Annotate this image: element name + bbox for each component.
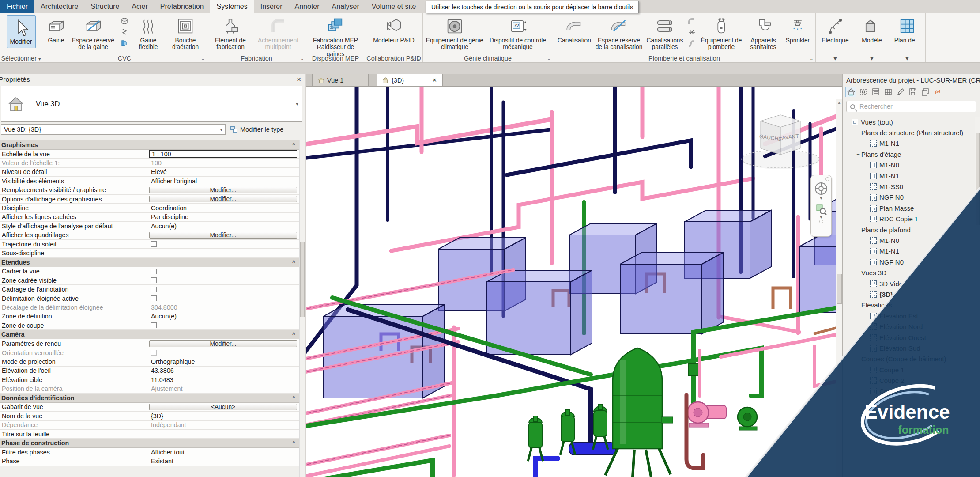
ribbon-tab-systemes[interactable]: Systèmes — [210, 0, 254, 13]
property-value[interactable]: 11.0483 — [148, 375, 299, 384]
group-label-flyout[interactable]: ▾ — [889, 55, 925, 62]
tree-item-elevation-ouest[interactable]: Elévation Ouest — [843, 332, 975, 343]
schedule-icon[interactable] — [882, 87, 893, 97]
ribbon-tab-analyser[interactable]: Analyser — [326, 0, 366, 13]
type-selector-dropdown-icon[interactable]: ▾ — [292, 86, 302, 121]
ribbon-tab-fichier[interactable]: Fichier — [0, 0, 34, 13]
property-value[interactable]: 304.8000 — [148, 303, 299, 311]
property-value[interactable]: 43.3806 — [148, 367, 299, 375]
property-value[interactable]: Par discipline — [148, 213, 299, 221]
property-value[interactable]: Elevé — [148, 168, 299, 176]
scrollbar-thumb[interactable] — [837, 274, 842, 304]
tree-item-elevations[interactable]: −Elévations — [843, 300, 975, 310]
tree-item-ngf-n0[interactable]: NGF N0 — [843, 257, 975, 267]
group-label-flyout[interactable]: ▾ — [816, 55, 855, 62]
section-header-camera[interactable]: Caméra^ — [0, 330, 299, 339]
dialog-launcher-icon[interactable]: ⌄ — [201, 56, 205, 61]
tree-item-ngf-n0[interactable]: NGF N0 — [843, 192, 975, 203]
steering-wheel-icon[interactable] — [814, 181, 829, 196]
property-value[interactable]: 100 — [148, 159, 299, 167]
modify-button[interactable]: Modifier — [7, 15, 36, 48]
tree-item-elevation-nord[interactable]: Elévation Nord — [843, 321, 975, 332]
ribbon-tab-acier[interactable]: Acier — [125, 0, 154, 13]
collapse-icon[interactable]: ^ — [292, 440, 295, 446]
property-value[interactable]: Orthographique — [148, 357, 299, 366]
property-checkbox-orientation-verrouillee[interactable] — [151, 350, 157, 356]
property-button-options-d-affichage-des-graphismes[interactable]: Modifier... — [149, 196, 297, 202]
tree-expander-icon[interactable]: − — [845, 119, 852, 125]
ribbon-tab-structure[interactable]: Structure — [84, 0, 125, 13]
property-button-parametres-de-rendu[interactable]: Modifier... — [149, 340, 297, 347]
plan-de-button[interactable]: Plan de... — [891, 15, 923, 44]
appareils-sanitaires-button[interactable]: Appareils sanitaires — [745, 15, 781, 51]
tree-item-m1-n0[interactable]: M1-N0 — [843, 235, 975, 246]
ribbon-tab-inserer[interactable]: Insérer — [254, 0, 289, 13]
edit-type-button[interactable]: Modifier le type — [228, 124, 302, 135]
navbar-close-icon[interactable] — [825, 177, 829, 181]
pipe-s-sm-icon[interactable] — [686, 38, 697, 48]
gaine-button[interactable]: Gaine — [45, 15, 68, 44]
tree-expander-icon[interactable]: − — [855, 227, 861, 233]
copy-icon[interactable] — [920, 87, 931, 97]
property-button-gabarit-de-vue[interactable]: <Aucun> — [149, 404, 297, 410]
tree-expander-icon[interactable]: − — [855, 269, 861, 276]
collapse-icon[interactable]: ^ — [292, 395, 295, 401]
espace-reserve-de-la-gaine-button[interactable]: Espace réservé de la gaine — [68, 15, 118, 51]
model-canvas[interactable]: GAUCHE AVANT ▾ ▾ — [306, 87, 842, 477]
canalisation-button[interactable]: Canalisation — [555, 15, 593, 44]
property-value[interactable]: Coordination — [148, 204, 299, 212]
tree-expander-icon[interactable]: − — [855, 129, 861, 136]
tree-item-elevation-est[interactable]: Elévation Est — [843, 310, 975, 321]
type-selector-box[interactable]: Vue 3D ▾ — [1, 86, 302, 122]
view-tab-vue-1[interactable]: Vue 1 — [312, 74, 369, 86]
espace-reserve-de-la-canalisation-button[interactable]: Espace réservé de la canalisation — [594, 15, 644, 51]
tree-item-m1-n1[interactable]: M1-N1 — [843, 138, 975, 149]
tree-item-vues-tout[interactable]: −Vues (tout) — [843, 117, 975, 127]
viewport-scrollbar[interactable]: ▲ — [836, 99, 842, 477]
equipement-de-genie-climatique-button[interactable]: Equipement de génie climatique — [425, 15, 484, 51]
browser-scrollbar[interactable] — [975, 117, 980, 477]
property-value[interactable]: Aucun(e) — [148, 312, 299, 321]
property-checkbox-delimitation-eloignee-active[interactable] — [151, 295, 157, 301]
element-de-fabrication-button[interactable]: Elément de fabrication — [209, 15, 252, 51]
view-type-select[interactable]: Vue 3D: {3D} ▾ — [1, 124, 226, 135]
tree-item-vues-3d[interactable]: −Vues 3D — [843, 267, 975, 278]
views-icon[interactable] — [858, 87, 869, 97]
sheet-list-icon[interactable] — [870, 87, 881, 97]
save-icon[interactable] — [907, 87, 918, 97]
pipe-elbow-sm-icon[interactable] — [686, 16, 697, 26]
properties-scrollbar[interactable] — [299, 140, 305, 477]
equipement-de-plomberie-button[interactable]: Équipement de plomberie — [698, 15, 744, 51]
tree-item-3d[interactable]: {3D} — [843, 289, 975, 299]
property-value[interactable]: Afficher l'original — [148, 177, 299, 185]
property-checkbox-cadrage-de-l-annotation[interactable] — [151, 287, 157, 292]
view-tab-close-icon[interactable]: ✕ — [432, 77, 437, 83]
tree-expander-icon[interactable]: − — [855, 302, 861, 308]
property-checkbox-trajectoire-du-soleil[interactable] — [151, 241, 157, 247]
chevron-down-icon[interactable]: ▾ — [820, 196, 822, 201]
tree-item-m1-n0[interactable]: M1-N0 — [843, 160, 975, 170]
section-header-graphismes[interactable]: Graphismes^ — [0, 140, 299, 150]
view-tab-3d[interactable]: {3D} ✕ — [377, 74, 443, 86]
ribbon-tab-prefabrication[interactable]: Préfabrication — [154, 0, 210, 13]
collapse-icon[interactable]: ^ — [292, 259, 295, 265]
tree-item-3d-vide[interactable]: 3D Vide — [843, 278, 975, 289]
home-icon[interactable] — [845, 87, 856, 97]
property-button-remplacements-visibilite-graphisme[interactable]: Modifier... — [149, 187, 297, 193]
tree-item-plans-de-structure-plan-structurel[interactable]: −Plans de structure (Plan structurel) — [843, 127, 975, 138]
dialog-launcher-icon[interactable]: ⌄ — [300, 56, 304, 61]
bouche-d-aeration-button[interactable]: Bouche d'aération — [166, 15, 204, 51]
tree-item-m1-n1[interactable]: M1-N1 — [843, 170, 975, 181]
duct-cap-icon[interactable] — [119, 16, 130, 26]
dialog-launcher-icon[interactable]: ⌄ — [547, 56, 551, 61]
property-input-echelle-de-la-vue[interactable]: 1 : 100 — [149, 150, 297, 158]
canalisations-paralleles-button[interactable]: Canalisations parallèles — [645, 15, 685, 51]
model-3d-view[interactable]: GAUCHE AVANT — [306, 87, 836, 477]
edit-pencil-icon[interactable] — [895, 87, 906, 97]
property-value[interactable]: Existant — [148, 457, 299, 466]
zoom-region-icon[interactable] — [815, 204, 827, 215]
tree-item-coupe-3[interactable]: Coupe 3 — [843, 386, 975, 397]
collapse-icon[interactable]: ^ — [292, 142, 295, 148]
tree-item-coupe-2[interactable]: Coupe 2 — [843, 375, 975, 386]
dialog-launcher-icon[interactable]: ⌄ — [810, 56, 814, 61]
